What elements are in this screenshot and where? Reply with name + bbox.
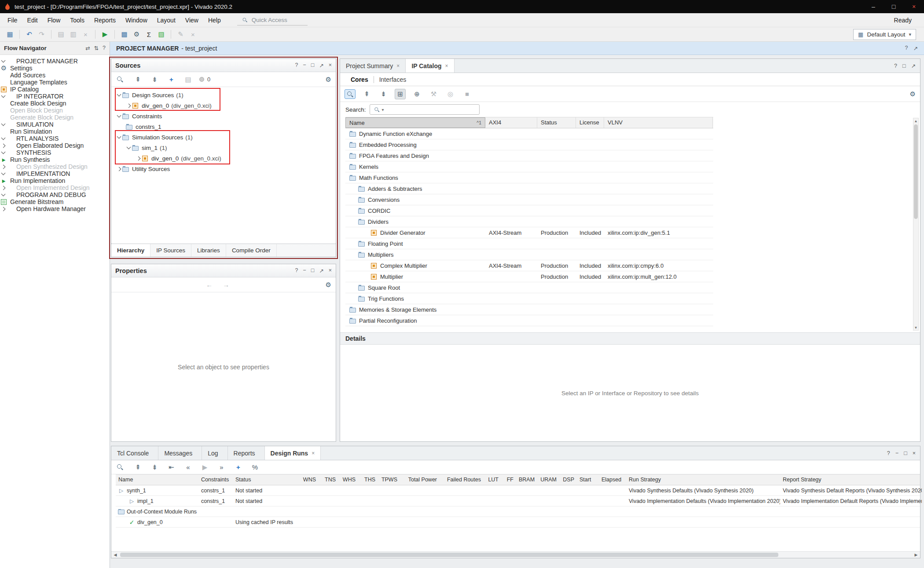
ip-catalog-row[interactable]: Trig Functions (345, 293, 713, 304)
minimize-icon[interactable]: − (895, 450, 898, 456)
column-header[interactable]: Constraints (198, 475, 233, 485)
scroll-left-icon[interactable]: ◀ (111, 553, 119, 557)
tree-item[interactable]: constrs_1 (111, 121, 336, 132)
help-icon[interactable]: ? (295, 267, 298, 274)
tab-design-runs[interactable]: Design Runs × (265, 446, 321, 460)
maximize-icon[interactable]: □ (902, 63, 906, 69)
column-header[interactable]: DSP (559, 475, 577, 485)
sidebar-section-synthesis[interactable]: SYNTHESIS (0, 149, 110, 156)
column-header[interactable]: THS (358, 475, 378, 485)
ip-catalog-row[interactable]: Divider Generator AXI4-Stream Production… (345, 227, 713, 238)
sum-icon[interactable]: Σ (143, 29, 154, 40)
chevron-icon[interactable] (0, 185, 6, 191)
step-back-icon[interactable]: « (183, 462, 194, 473)
percent-icon[interactable]: % (249, 462, 260, 473)
horizontal-scrollbar[interactable]: ◀ ▶ (111, 551, 920, 558)
search-icon[interactable] (116, 463, 127, 471)
search-icon[interactable] (116, 75, 127, 84)
chevron-icon[interactable] (125, 145, 132, 151)
chevron-icon[interactable] (125, 102, 132, 109)
column-header[interactable]: Elapsed (599, 475, 626, 485)
column-header[interactable]: Name (116, 475, 198, 485)
minimize-icon[interactable]: − (303, 267, 306, 274)
menu-tools[interactable]: Tools (65, 15, 89, 26)
chevron-icon[interactable] (0, 58, 6, 64)
tab-messages[interactable]: Messages (158, 446, 202, 460)
ip-catalog-row[interactable]: Conversions (345, 194, 713, 205)
expand-selected-icon[interactable]: ⊕ (411, 89, 422, 99)
tab-reports[interactable]: Reports (228, 446, 265, 460)
sidebar-section-program-and-debug[interactable]: PROGRAM AND DEBUG (0, 191, 110, 198)
tree-item[interactable]: div_gen_0 (div_gen_0.xci) (111, 100, 336, 111)
tree-item[interactable]: sim_1 (1) (111, 142, 336, 153)
column-axi4[interactable]: AXI4 (485, 117, 537, 128)
column-header[interactable]: Total Power (400, 475, 440, 485)
menu-help[interactable]: Help (203, 15, 226, 26)
edit-icon[interactable]: ✎ (175, 29, 186, 40)
add-sources-icon[interactable]: + (166, 74, 177, 85)
chevron-icon[interactable] (0, 142, 6, 149)
column-header[interactable]: WNS (299, 475, 319, 485)
report-icon[interactable]: ▩ (119, 29, 130, 40)
ip-status-icon[interactable]: ◎ (445, 89, 456, 99)
scrollbar-track[interactable] (119, 552, 912, 558)
maximize-icon[interactable]: □ (904, 450, 907, 456)
collapse-all-icon[interactable]: ⇞ (132, 74, 143, 85)
go-to-first-icon[interactable]: ⇤ (166, 462, 177, 473)
scroll-right-icon[interactable]: ▶ (912, 553, 920, 557)
tab-compile-order[interactable]: Compile Order (226, 244, 277, 257)
tree-item[interactable]: div_gen_0 (div_gen_0.xci) (111, 153, 336, 164)
collapse-sections-icon[interactable]: ⇅ (94, 45, 99, 51)
chevron-icon[interactable] (135, 155, 141, 161)
repository-settings-icon[interactable]: ⚒ (428, 89, 439, 99)
gear-icon[interactable]: ⚙ (326, 76, 331, 84)
column-header[interactable]: Run Strategy (626, 475, 780, 485)
expand-all-icon[interactable]: ⇟ (149, 462, 160, 473)
subtab-interfaces[interactable]: Interfaces (374, 76, 411, 83)
column-header[interactable]: TNS (319, 475, 338, 485)
menu-reports[interactable]: Reports (89, 15, 121, 26)
column-header[interactable]: Failed Routes (440, 475, 484, 485)
tab-libraries[interactable]: Libraries (191, 244, 226, 257)
chevron-icon[interactable] (0, 171, 6, 177)
menu-window[interactable]: Window (121, 15, 152, 26)
sep4[interactable] (114, 30, 115, 39)
expand-all-icon[interactable]: ⇟ (149, 74, 160, 85)
layout-select[interactable]: ▦ Default Layout ▾ (853, 29, 916, 40)
menu-file[interactable]: File (3, 15, 22, 26)
create-run-icon[interactable]: + (233, 462, 244, 473)
tree-item[interactable]: Utility Sources (111, 164, 336, 174)
close-tab-icon[interactable]: × (445, 63, 448, 69)
back-icon[interactable]: ← (204, 280, 215, 290)
ip-catalog-row[interactable]: Multipliers (345, 249, 713, 260)
help-icon[interactable]: ? (894, 63, 897, 69)
ip-catalog-row[interactable]: Adders & Subtracters (345, 183, 713, 194)
help-icon[interactable]: ? (295, 62, 298, 69)
chevron-icon[interactable] (0, 149, 6, 156)
column-status[interactable]: Status (537, 117, 576, 128)
ip-catalog-row[interactable]: Complex Multiplier AXI4-Stream Productio… (345, 260, 713, 271)
tab-tcl-console[interactable]: Tcl Console (111, 446, 158, 460)
sep1[interactable] (19, 30, 20, 39)
column-license[interactable]: License (576, 117, 604, 128)
close-icon[interactable]: × (329, 62, 332, 69)
chevron-icon[interactable] (116, 166, 122, 172)
column-header[interactable]: Status (233, 475, 299, 485)
tree-item[interactable]: Simulation Sources (1) (111, 132, 336, 142)
vertical-scrollbar[interactable]: ▲ ▼ (913, 118, 919, 331)
ip-catalog-row[interactable]: Dividers (345, 216, 713, 227)
group-by-category-icon[interactable]: ⊞ (395, 89, 406, 99)
dashboard-icon[interactable]: ▧ (156, 29, 167, 40)
column-header[interactable]: URAM (537, 475, 559, 485)
column-header[interactable]: BRAM (516, 475, 537, 485)
close-icon[interactable]: × (329, 267, 332, 274)
help-icon[interactable]: ? (103, 45, 106, 51)
menu-view[interactable]: View (180, 15, 203, 26)
sidebar-item-settings[interactable]: Settings (0, 65, 110, 72)
sidebar-section-ip-integrator[interactable]: IP INTEGRATOR (0, 93, 110, 100)
run-icon[interactable]: ▶ (199, 462, 210, 473)
ip-catalog-row[interactable]: Floating Point (345, 238, 713, 249)
sidebar-item-open-elaborated-design[interactable]: Open Elaborated Design (0, 142, 110, 149)
tab-hierarchy[interactable]: Hierarchy (111, 244, 150, 257)
sidebar-section-simulation[interactable]: SIMULATION (0, 121, 110, 128)
